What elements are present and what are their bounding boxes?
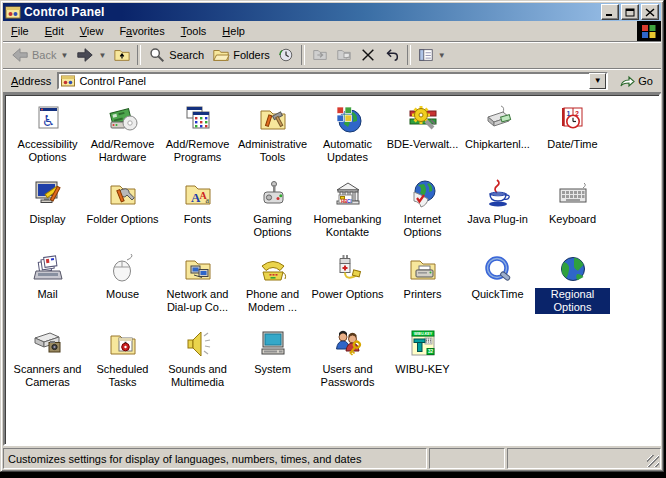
cp-item-folder-options[interactable]: Folder Options (85, 175, 160, 250)
go-label: Go (638, 75, 653, 87)
cp-item-users-passwords[interactable]: Users and Passwords (310, 325, 385, 400)
cp-item-administrative-tools[interactable]: Administrative Tools (235, 100, 310, 175)
delete-button[interactable] (356, 45, 380, 65)
cp-item-phone-modem[interactable]: Phone and Modem ... (235, 250, 310, 325)
toolbar: Back▼ ▼ Search Folders ▼ (3, 42, 661, 69)
menu-help[interactable]: Help (214, 23, 253, 39)
cp-item-fonts[interactable]: AAa Fonts (160, 175, 235, 250)
title-bar[interactable]: Control Panel (3, 3, 661, 21)
folders-button[interactable]: Folders (208, 45, 274, 65)
svg-text:32: 32 (427, 349, 433, 354)
close-button[interactable] (641, 4, 659, 20)
copy-to-folder-icon (336, 47, 352, 63)
cp-item-java-plugin[interactable]: Java Plug-in (460, 175, 535, 250)
views-dropdown-icon[interactable]: ▼ (438, 51, 446, 60)
cp-item-chipkartenleser[interactable]: Chipkartenl... (460, 100, 535, 175)
accessibility-options-icon: ♿ (32, 103, 64, 135)
printers-icon (407, 253, 439, 285)
search-icon (148, 46, 166, 64)
svg-text:a: a (205, 196, 209, 205)
move-to-button[interactable] (308, 45, 332, 65)
address-value: Control Panel (79, 75, 589, 87)
address-input[interactable]: Control Panel ▼ (57, 72, 608, 90)
item-label: Internet Options (386, 213, 460, 239)
go-arrow-icon (620, 74, 636, 88)
sounds-multimedia-icon (182, 328, 214, 360)
menu-tools[interactable]: Tools (173, 23, 215, 39)
history-button[interactable] (274, 45, 298, 65)
cp-item-display[interactable]: Display (10, 175, 85, 250)
cp-item-bde-verwaltung[interactable]: BDE-Verwalt... (385, 100, 460, 175)
automatic-updates-icon (332, 103, 364, 135)
windows-flag-logo (637, 21, 661, 41)
cp-item-internet-options[interactable]: Internet Options (385, 175, 460, 250)
quicktime-icon (482, 253, 514, 285)
menu-view[interactable]: View (72, 23, 112, 39)
cp-item-date-time[interactable]: 12 Date/Time (535, 100, 610, 175)
menu-file[interactable]: File (3, 23, 37, 39)
cp-item-gaming-options[interactable]: Gaming Options (235, 175, 310, 250)
item-label: Gaming Options (236, 213, 310, 239)
cp-item-wibu-key[interactable]: WIBU-KEY32 WIBU-KEY (385, 325, 460, 400)
search-button[interactable]: Search (144, 45, 208, 65)
resize-grip[interactable] (647, 455, 659, 467)
cp-item-keyboard[interactable]: Keyboard (535, 175, 610, 250)
undo-button[interactable] (380, 45, 404, 65)
add-remove-programs-icon (182, 103, 214, 135)
mouse-icon (107, 253, 139, 285)
cp-item-scanners-cameras[interactable]: Scanners and Cameras (10, 325, 85, 400)
cp-item-network-dialup[interactable]: Network and Dial-up Co... (160, 250, 235, 325)
address-dropdown-button[interactable]: ▼ (589, 73, 606, 89)
cp-item-homebanking-kontakte[interactable]: HBCI Homebanking Kontakte (310, 175, 385, 250)
back-label: Back (32, 49, 56, 61)
cp-item-quicktime[interactable]: QuickTime (460, 250, 535, 325)
cp-item-accessibility-options[interactable]: ♿ Accessibility Options (10, 100, 85, 175)
item-label: Java Plug-in (467, 213, 528, 226)
copy-to-button[interactable] (332, 45, 356, 65)
item-label: BDE-Verwalt... (387, 138, 459, 151)
power-options-icon (332, 253, 364, 285)
status-pane-3 (507, 448, 661, 469)
cp-item-system[interactable]: System (235, 325, 310, 400)
toolbar-separator (301, 45, 305, 65)
cp-item-automatic-updates[interactable]: Automatic Updates (310, 100, 385, 175)
menu-edit[interactable]: Edit (37, 23, 72, 39)
item-label: QuickTime (471, 288, 523, 301)
cp-item-power-options[interactable]: Power Options (310, 250, 385, 325)
item-label: Users and Passwords (311, 363, 385, 389)
item-label: Keyboard (549, 213, 596, 226)
minimize-button[interactable] (601, 4, 619, 20)
cp-item-add-remove-hardware[interactable]: Add/Remove Hardware (85, 100, 160, 175)
maximize-button[interactable] (621, 4, 639, 20)
back-arrow-icon (11, 46, 29, 64)
cp-item-scheduled-tasks[interactable]: Scheduled Tasks (85, 325, 160, 400)
forward-arrow-icon (76, 46, 94, 64)
back-button[interactable]: Back▼ (7, 45, 72, 65)
status-pane-2 (429, 448, 505, 469)
delete-x-icon (360, 47, 376, 63)
item-label: Scanners and Cameras (11, 363, 85, 389)
item-label: Date/Time (547, 138, 597, 151)
cp-item-mail[interactable]: Mail (10, 250, 85, 325)
cp-item-mouse[interactable]: Mouse (85, 250, 160, 325)
cp-item-printers[interactable]: Printers (385, 250, 460, 325)
item-label: Printers (404, 288, 442, 301)
menu-favorites[interactable]: Favorites (111, 23, 172, 39)
go-button[interactable]: Go (616, 73, 657, 89)
minimize-icon (605, 8, 615, 17)
forward-dropdown-icon[interactable]: ▼ (98, 51, 106, 60)
forward-button[interactable]: ▼ (72, 45, 110, 65)
folder-options-icon (107, 178, 139, 210)
java-plugin-icon (482, 178, 514, 210)
back-dropdown-icon[interactable]: ▼ (60, 51, 68, 60)
svg-text:WIBU-KEY: WIBU-KEY (413, 332, 432, 336)
views-button[interactable]: ▼ (414, 45, 450, 65)
up-button[interactable] (110, 45, 134, 65)
control-panel-window-icon[interactable] (5, 5, 21, 19)
cp-item-regional-options[interactable]: Regional Options (535, 250, 610, 325)
cp-item-sounds-multimedia[interactable]: Sounds and Multimedia (160, 325, 235, 400)
add-remove-hardware-icon (107, 103, 139, 135)
cp-item-add-remove-programs[interactable]: Add/Remove Programs (160, 100, 235, 175)
window-title: Control Panel (24, 5, 599, 19)
item-label: Display (29, 213, 65, 226)
